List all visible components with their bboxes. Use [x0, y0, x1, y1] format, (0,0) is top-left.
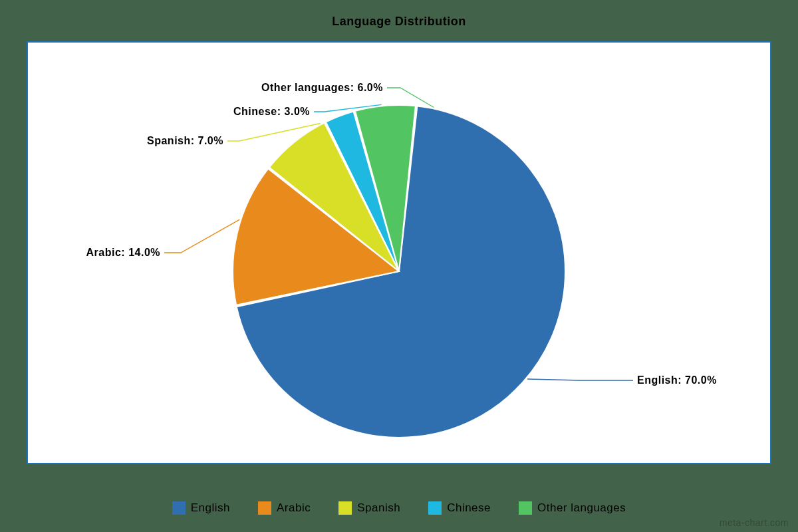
- chart-container: English: 70.0%Arabic: 14.0%Spanish: 7.0%…: [27, 41, 771, 464]
- slice-label-spanish: Spanish: 7.0%: [147, 135, 223, 146]
- slice-label-other-languages: Other languages: 6.0%: [261, 82, 383, 93]
- legend-item-arabic: Arabic: [258, 501, 311, 515]
- legend-item-chinese: Chinese: [428, 501, 491, 515]
- chart-title: Language Distribution: [0, 15, 798, 29]
- legend-item-english: English: [172, 501, 230, 515]
- leader-line: [527, 379, 633, 380]
- legend-label: Chinese: [447, 501, 491, 515]
- legend-swatch: [519, 501, 532, 515]
- slice-label-chinese: Chinese: 3.0%: [233, 106, 310, 117]
- legend-label: Arabic: [277, 501, 311, 515]
- legend-swatch: [338, 501, 352, 515]
- legend: EnglishArabicSpanishChineseOther languag…: [0, 501, 798, 515]
- watermark: meta-chart.com: [720, 517, 789, 528]
- slice-label-english: English: 70.0%: [637, 374, 717, 386]
- legend-swatch: [172, 501, 186, 515]
- legend-item-spanish: Spanish: [338, 501, 400, 515]
- legend-label: Spanish: [357, 501, 400, 515]
- legend-swatch: [428, 501, 442, 515]
- legend-label: English: [191, 501, 230, 515]
- pie-chart: English: 70.0%Arabic: 14.0%Spanish: 7.0%…: [28, 41, 770, 464]
- legend-item-other-languages: Other languages: [519, 501, 626, 515]
- slice-label-arabic: Arabic: 14.0%: [86, 247, 160, 258]
- leader-line: [164, 219, 239, 253]
- legend-label: Other languages: [537, 501, 626, 515]
- legend-swatch: [258, 501, 271, 515]
